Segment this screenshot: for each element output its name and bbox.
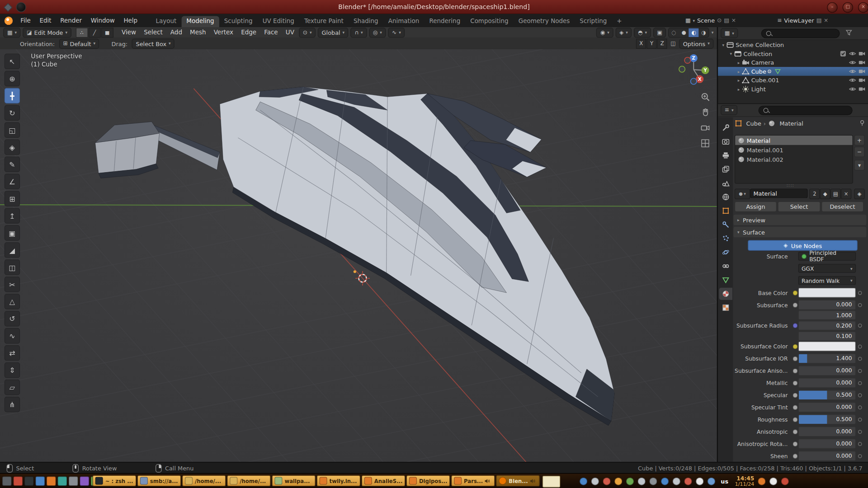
tool-poly-build[interactable]: △ — [5, 294, 20, 309]
navigation-gizmo[interactable]: Z Y X — [676, 52, 711, 87]
material-slot[interactable]: Material.001 — [735, 145, 853, 155]
launcher-4-icon[interactable] — [35, 476, 45, 486]
tool-shear[interactable]: ▱ — [5, 380, 20, 395]
tool-edge-slide[interactable]: ⇄ — [5, 345, 20, 361]
menubar-edit[interactable]: Edit — [35, 14, 56, 27]
disclosure-arrow[interactable]: ▸ — [736, 78, 741, 83]
hide-viewport-icon[interactable] — [849, 50, 856, 57]
launcher-1-icon[interactable] — [2, 476, 12, 486]
list-resize-handle[interactable]: ∷∷ — [787, 183, 794, 188]
viewport-menu-mesh[interactable]: Mesh — [186, 27, 210, 38]
outliner-row-scene-collection[interactable]: ▾Scene Collection — [718, 40, 868, 49]
material-name-field[interactable]: Material — [750, 189, 807, 198]
overlays-dropdown[interactable]: ◓▾ — [634, 28, 651, 38]
taskbar-widget[interactable] — [542, 476, 560, 488]
workspace-tab-texture-paint[interactable]: Texture Paint — [299, 16, 349, 27]
menubar-window[interactable]: Window — [86, 14, 119, 27]
node-tree-button[interactable]: ◈ — [854, 189, 864, 199]
tray-app-1-icon[interactable] — [580, 477, 587, 485]
visibility-dropdown[interactable]: ◉▾ — [596, 28, 613, 38]
tray-app-8-icon[interactable] — [661, 477, 669, 485]
dropdown[interactable]: GGX▾ — [798, 264, 856, 273]
hide-viewport-icon[interactable] — [849, 85, 856, 93]
disable-render-icon[interactable] — [858, 85, 866, 93]
new-viewlayer-icon[interactable]: ▤ — [816, 18, 822, 23]
value-field[interactable]: 0.200 — [798, 321, 856, 330]
tray-app-11-icon[interactable] — [696, 477, 703, 485]
keyboard-layout-indicator[interactable]: us — [721, 478, 728, 484]
properties-tab-constraints[interactable] — [719, 260, 732, 272]
viewport-menu-uv[interactable]: UV — [282, 27, 298, 38]
workspace-tab-sculpting[interactable]: Sculpting — [219, 16, 258, 27]
tool-inset-faces[interactable]: ▣ — [5, 225, 20, 240]
decorate-keyframe-dot[interactable] — [856, 324, 863, 328]
viewport-menu-view[interactable]: View — [118, 27, 140, 38]
preview-panel-header[interactable]: ▸ Preview — [733, 215, 866, 225]
value-slider[interactable]: 0.000 — [798, 366, 856, 375]
decorate-keyframe-dot[interactable] — [856, 381, 863, 385]
vertex-select-mode-button[interactable]: ∴ — [75, 28, 88, 38]
viewport-menu-add[interactable]: Add — [166, 27, 186, 38]
properties-tab-world[interactable] — [719, 191, 732, 203]
decorate-keyframe-dot[interactable] — [856, 344, 863, 348]
options-dropdown[interactable]: Options ▾ — [679, 38, 713, 48]
tool-move[interactable]: ╋ — [5, 88, 20, 103]
launcher-2-icon[interactable] — [13, 476, 23, 486]
pan-hand-button[interactable] — [700, 107, 711, 117]
launcher-8-icon[interactable] — [80, 476, 89, 486]
properties-tab-output[interactable] — [719, 150, 732, 162]
tool-transform[interactable]: ◈ — [5, 140, 20, 155]
unlink-scene-icon[interactable]: × — [731, 18, 736, 23]
viewport-menu-select[interactable]: Select — [140, 27, 167, 38]
neg-x-axis-ball[interactable] — [684, 57, 690, 63]
maximize-button[interactable]: □ — [843, 2, 853, 13]
neg-z-axis-ball[interactable] — [691, 78, 697, 84]
outliner-row-collection[interactable]: ▾Collection — [718, 49, 868, 58]
taskbar-window-home[interactable]: /home/... — [227, 475, 271, 486]
properties-tab-scene[interactable] — [719, 177, 732, 189]
tray-app-9-icon[interactable] — [673, 477, 680, 485]
tool-select-box[interactable]: ↖ — [5, 54, 20, 69]
edge-select-mode-button[interactable]: ╱ — [89, 28, 101, 38]
tool-annotate[interactable]: ✎ — [5, 157, 20, 172]
menubar-help[interactable]: Help — [119, 14, 142, 27]
snap-dropdown[interactable]: ∩▾ — [351, 28, 367, 38]
properties-tab-object[interactable] — [719, 205, 732, 217]
mirror-x-toggle[interactable]: X — [636, 38, 646, 48]
properties-tab-tool[interactable] — [719, 122, 732, 134]
breadcrumb-object[interactable]: Cube — [746, 120, 761, 127]
breadcrumb-material[interactable]: Material — [779, 120, 803, 127]
properties-tab-physics[interactable] — [719, 246, 732, 258]
tray-app-14-icon[interactable] — [770, 477, 778, 485]
decorate-keyframe-dot[interactable] — [856, 418, 863, 422]
menubar-render[interactable]: Render — [56, 14, 86, 27]
tool-extrude-region[interactable]: ↥ — [5, 208, 20, 223]
mirror-y-toggle[interactable]: Y — [647, 38, 657, 48]
properties-tab-material[interactable] — [719, 288, 732, 300]
hide-viewport-icon[interactable] — [849, 67, 856, 75]
disclosure-arrow[interactable]: ▸ — [736, 87, 741, 92]
decorate-keyframe-dot[interactable] — [856, 303, 863, 307]
tool-measure[interactable]: ∠ — [5, 174, 20, 189]
disclosure-arrow[interactable]: ▾ — [720, 42, 726, 47]
close-button[interactable]: × — [858, 2, 868, 13]
xray-toggle[interactable]: ▣ — [653, 28, 666, 38]
shading-material-button[interactable]: ◐ — [689, 28, 699, 37]
tray-app-2-icon[interactable] — [591, 477, 599, 485]
taskbar-window-home[interactable]: /home/... — [182, 475, 226, 486]
tray-app-7-icon[interactable] — [649, 477, 657, 485]
material-browse-button[interactable]: ●▾ — [735, 189, 750, 199]
workspace-tab-uv-editing[interactable]: UV Editing — [258, 16, 299, 27]
workspace-tab-modeling[interactable]: Modeling — [181, 16, 219, 27]
users-count-button[interactable]: 2 — [809, 189, 820, 199]
tray-app-12-icon[interactable] — [708, 477, 715, 485]
proportional-edit-dropdown[interactable]: ◎▾ — [369, 28, 386, 38]
outliner-row-cube[interactable]: ▸Cube — [718, 67, 868, 76]
viewport-menu-face[interactable]: Face — [260, 27, 282, 38]
pin-icon[interactable]: ⊙ — [717, 18, 722, 23]
add-slot-button[interactable]: + — [854, 135, 864, 145]
fake-user-button[interactable]: ◆ — [820, 189, 830, 199]
value-field[interactable]: 0.100 — [798, 331, 856, 341]
disclosure-arrow[interactable]: ▾ — [728, 51, 734, 56]
mirror-z-toggle[interactable]: Z — [657, 38, 667, 48]
